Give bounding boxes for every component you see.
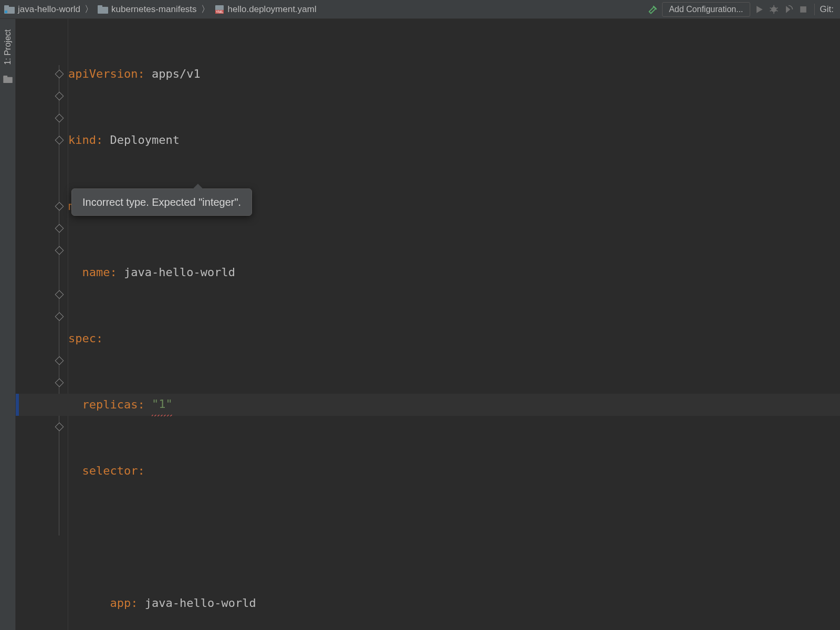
- yaml-file-icon: YML: [214, 5, 225, 14]
- yaml-key: app: [110, 592, 131, 614]
- yaml-key: kind: [68, 129, 96, 151]
- module-folder-icon: [4, 5, 15, 14]
- breadcrumb-separator: 〉: [201, 3, 210, 15]
- yaml-value: java-hello-world: [145, 592, 256, 614]
- navigation-bar: java-hello-world 〉 kubernetes-manifests …: [0, 0, 840, 19]
- project-tool-tab[interactable]: 1: Project: [3, 25, 13, 69]
- yaml-value: apps/v1: [152, 63, 201, 85]
- svg-line-13: [770, 10, 771, 11]
- build-hammer-icon[interactable]: [647, 4, 659, 15]
- debug-icon[interactable]: [768, 4, 780, 15]
- error-tooltip: Incorrect type. Expected "integer".: [71, 188, 252, 216]
- breadcrumb-file-label: hello.deployment.yaml: [228, 4, 317, 15]
- add-configuration-button[interactable]: Add Configuration...: [662, 2, 750, 17]
- svg-point-8: [771, 7, 776, 12]
- coverage-icon[interactable]: [783, 4, 794, 15]
- stop-icon[interactable]: [797, 4, 809, 15]
- yaml-key: name: [82, 261, 110, 284]
- folder-icon: [98, 5, 108, 14]
- editor[interactable]: apiVersion: apps/v1 kind: Deployment met…: [16, 19, 840, 630]
- svg-line-14: [776, 10, 778, 11]
- code-content[interactable]: apiVersion: apps/v1 kind: Deployment met…: [68, 19, 840, 630]
- breadcrumb-project-label: java-hello-world: [18, 4, 80, 15]
- yaml-key: spec: [68, 328, 96, 350]
- svg-rect-2: [5, 10, 7, 13]
- yaml-value: java-hello-world: [124, 261, 235, 284]
- tool-window-stripe-left: 1: Project: [0, 19, 16, 630]
- svg-line-11: [770, 7, 771, 8]
- svg-line-12: [776, 7, 778, 8]
- git-label[interactable]: Git:: [820, 4, 837, 15]
- svg-rect-15: [800, 6, 806, 13]
- folder-icon[interactable]: [3, 75, 13, 86]
- svg-rect-1: [4, 5, 9, 8]
- yaml-key: selector: [82, 460, 138, 482]
- error-tooltip-text: Incorrect type. Expected "integer".: [82, 196, 241, 208]
- svg-text:YML: YML: [216, 10, 224, 14]
- highlighted-line: replicas: "1": [16, 394, 840, 416]
- breadcrumb-project[interactable]: java-hello-world: [3, 4, 81, 15]
- yaml-value-error: "1": [152, 393, 173, 416]
- svg-rect-17: [3, 76, 7, 78]
- svg-rect-4: [98, 5, 102, 8]
- breadcrumb-folder-label: kubernetes-manifests: [111, 4, 197, 15]
- yaml-key: replicas: [82, 394, 138, 416]
- yaml-value: Deployment: [110, 129, 179, 151]
- toolbar-divider: [814, 4, 815, 15]
- fold-gutter[interactable]: [52, 19, 68, 630]
- run-icon[interactable]: [753, 4, 765, 15]
- yaml-key: apiVersion: [68, 63, 138, 85]
- breadcrumb-folder[interactable]: kubernetes-manifests: [97, 4, 198, 15]
- breadcrumb-separator: 〉: [85, 3, 93, 15]
- breadcrumb-file[interactable]: YML hello.deployment.yaml: [213, 4, 318, 15]
